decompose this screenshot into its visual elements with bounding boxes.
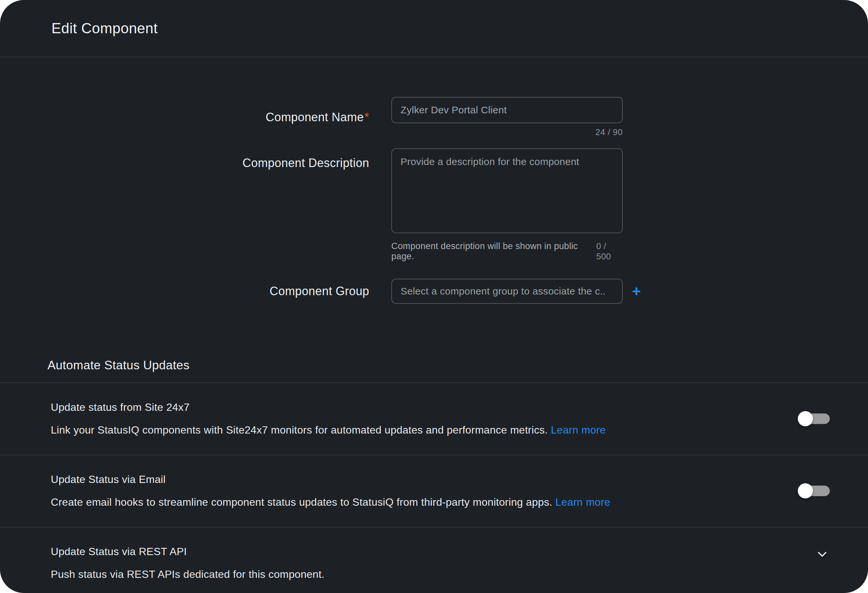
required-asterisk: * (365, 110, 369, 124)
component-description-row: Component Description Component descript… (0, 148, 868, 262)
rest-api-row-description: Push status via REST APIs dedicated for … (51, 568, 815, 580)
component-group-label: Component Group (0, 284, 369, 298)
automate-status-updates-heading: Automate Status Updates (0, 358, 868, 372)
chevron-down-icon (815, 547, 830, 562)
email-row-description: Create email hooks to streamline compone… (51, 496, 798, 508)
site24x7-learn-more-link[interactable]: Learn more (551, 424, 606, 436)
component-group-row: Component Group Select a component group… (0, 279, 868, 304)
automation-row-rest-api: Update Status via REST API Push status v… (0, 527, 868, 593)
component-group-select[interactable]: Select a component group to associate th… (391, 279, 623, 304)
toggle-knob (798, 483, 813, 499)
component-name-row: Component Name* 24 / 90 (0, 97, 868, 137)
component-group-placeholder: Select a component group to associate th… (400, 285, 605, 297)
component-description-textarea[interactable] (391, 148, 623, 233)
component-description-label: Component Description (0, 148, 369, 170)
email-row-title: Update Status via Email (51, 474, 798, 486)
toggle-knob (798, 411, 813, 426)
component-description-counter: 0 / 500 (596, 241, 623, 262)
rest-api-expand-button[interactable] (815, 547, 830, 562)
automation-row-site24x7: Update status from Site 24x7 Link your S… (0, 383, 868, 455)
page-title: Edit Component (52, 20, 158, 37)
modal-header: Edit Component (0, 0, 868, 57)
component-form: Component Name* 24 / 90 Component Descri… (0, 57, 868, 304)
component-name-input[interactable] (391, 97, 623, 123)
email-learn-more-link[interactable]: Learn more (555, 496, 611, 508)
rest-api-row-title: Update Status via REST API (51, 546, 815, 558)
edit-component-modal: Edit Component Component Name* 24 / 90 C… (0, 0, 868, 593)
email-toggle[interactable] (798, 482, 830, 499)
site24x7-toggle[interactable] (798, 410, 830, 427)
add-component-group-button[interactable]: + (632, 284, 641, 299)
automation-row-email: Update Status via Email Create email hoo… (0, 455, 868, 527)
component-description-helper: Component description will be shown in p… (391, 241, 596, 262)
site24x7-row-description: Link your StatusIQ components with Site2… (51, 424, 798, 436)
component-name-label: Component Name* (0, 110, 369, 124)
site24x7-row-title: Update status from Site 24x7 (51, 401, 798, 413)
component-name-counter: 24 / 90 (391, 127, 623, 137)
